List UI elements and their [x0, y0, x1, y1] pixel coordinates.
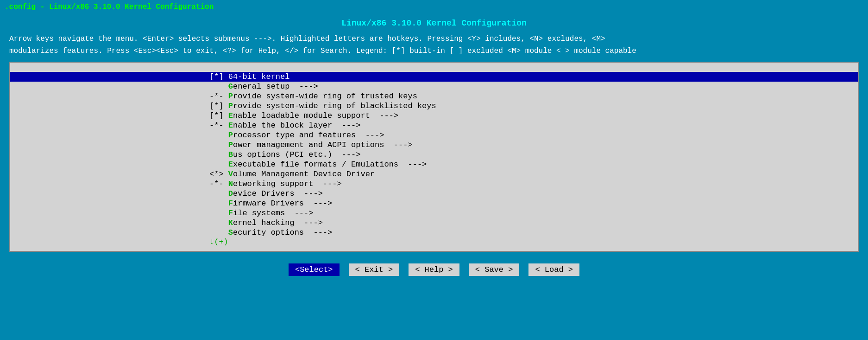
button-bar: <Select>< Exit >< Help >< Save >< Load > [0, 257, 868, 283]
menu-item-item-kernel-hacking[interactable]: Kernel hacking ---> [10, 218, 858, 228]
scroll-indicator: ↓(+) [10, 237, 858, 246]
btn-help[interactable]: < Help > [409, 263, 459, 276]
help-text: Arrow keys navigate the menu. <Enter> se… [9, 33, 859, 57]
menu-item-item-block[interactable]: -*- Enable the block layer ---> [10, 121, 858, 130]
menu-item-item-security[interactable]: Security options ---> [10, 228, 858, 237]
title-bar: .config - Linux/x86 3.10.0 Kernel Config… [0, 0, 868, 14]
menu-item-item-device[interactable]: Device Drivers ---> [10, 189, 858, 199]
btn-select[interactable]: <Select> [289, 263, 340, 276]
main-area: Linux/x86 3.10.0 Kernel Configuration Ar… [0, 14, 868, 57]
menu-item-item-loadable[interactable]: [*] Enable loadable module support ---> [10, 111, 858, 121]
menu-item-item-bus[interactable]: Bus options (PCI etc.) ---> [10, 150, 858, 160]
menu-item-item-trusted[interactable]: -*- Provide system-wide ring of trusted … [10, 91, 858, 101]
config-title: Linux/x86 3.10.0 Kernel Configuration [9, 19, 859, 28]
help-line2: modularizes features. Press <Esc><Esc> t… [9, 45, 859, 58]
menu-item-item-filesystems[interactable]: File systems ---> [10, 208, 858, 218]
menu-item-item-firmware[interactable]: Firmware Drivers ---> [10, 199, 858, 208]
help-line1: Arrow keys navigate the menu. <Enter> se… [9, 33, 859, 45]
btn-exit[interactable]: < Exit > [349, 263, 400, 276]
config-panel: [*] 64-bit kernel General setup --->-*- … [9, 62, 859, 252]
menu-item-item-power[interactable]: Power management and ACPI options ---> [10, 140, 858, 150]
menu-item-item-blacklisted[interactable]: [*] Provide system-wide ring of blacklis… [10, 101, 858, 111]
menu-item-item-executable[interactable]: Executable file formats / Emulations ---… [10, 160, 858, 169]
menu-item-item-general[interactable]: General setup ---> [10, 82, 858, 91]
btn-load[interactable]: < Load > [528, 263, 579, 276]
menu-item-item-64bit[interactable]: [*] 64-bit kernel [10, 72, 858, 82]
btn-save[interactable]: < Save > [469, 263, 520, 276]
menu-item-item-volume[interactable]: <*> Volume Management Device Driver [10, 169, 858, 179]
menu-item-item-networking[interactable]: -*- Networking support ---> [10, 179, 858, 189]
title-text: .config - Linux/x86 3.10.0 Kernel Config… [5, 3, 214, 11]
menu-item-item-processor[interactable]: Processor type and features ---> [10, 130, 858, 140]
menu-list: [*] 64-bit kernel General setup --->-*- … [10, 72, 858, 237]
